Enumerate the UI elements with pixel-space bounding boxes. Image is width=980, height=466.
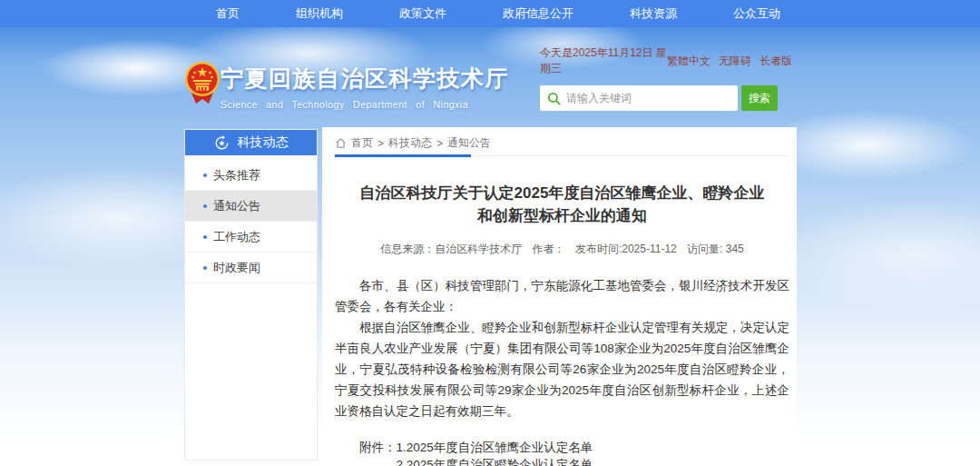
attachment-link-2[interactable]: 2.2025年度自治区瞪羚企业认定名单 bbox=[397, 457, 630, 466]
home-icon bbox=[335, 137, 347, 149]
breadcrumb: 首页 > 科技动态 > 通知公告 bbox=[335, 127, 789, 156]
bullet-dot-icon bbox=[203, 174, 207, 177]
breadcrumb-accent-bar bbox=[335, 154, 471, 157]
link-senior-version[interactable]: 长者版 bbox=[760, 54, 792, 69]
national-emblem-logo bbox=[184, 60, 220, 109]
link-accessibility[interactable]: 无障碍 bbox=[719, 54, 751, 69]
attachments-label: 附件： bbox=[359, 440, 397, 466]
article-title: 自治区科技厅关于认定2025年度自治区雏鹰企业、瞪羚企业 和创新型标杆企业的通知 bbox=[335, 182, 789, 227]
search-button[interactable]: 搜索 bbox=[741, 85, 778, 111]
site-branding: 宁夏回族自治区科学技术厅 Science and Technology Depa… bbox=[220, 64, 509, 110]
article-meta: 信息来源：自治区科学技术厅 作者： 发布时间:2025-11-12 访问量: 3… bbox=[335, 242, 789, 257]
nav-item-organization[interactable]: 组织机构 bbox=[296, 5, 343, 22]
meta-views: 访问量: 345 bbox=[687, 243, 744, 255]
sidebar-item-label: 工作动态 bbox=[213, 229, 260, 245]
bullet-dot-icon bbox=[203, 235, 207, 239]
site-subtitle: Science and Technology Department of Nin… bbox=[220, 99, 509, 110]
sidebar-item-label: 通知公告 bbox=[213, 198, 260, 214]
page: 首页 组织机构 政策文件 政府信息公开 科技资源 公众互动 宁夏回族自治区科学技… bbox=[0, 0, 980, 466]
sidebar-item-notices[interactable]: 通知公告 bbox=[185, 191, 317, 222]
article-title-line2: 和创新型标杆企业的通知 bbox=[335, 204, 789, 227]
header-utility: 今天是2025年11月12日 星期三 繁體中文 无障碍 长者版 搜索 bbox=[540, 45, 792, 111]
search-input[interactable] bbox=[566, 92, 730, 104]
nav-item-policy-documents[interactable]: 政策文件 bbox=[399, 5, 446, 22]
article-paragraph: 根据自治区雏鹰企业、瞪羚企业和创新型标杆企业认定管理有关规定，决定认定半亩良人农… bbox=[335, 317, 789, 421]
sidebar-menu: 头条推荐 通知公告 工作动态 时政要闻 bbox=[185, 155, 317, 283]
search-icon bbox=[547, 92, 561, 105]
meta-publish-date: 发布时间:2025-11-12 bbox=[575, 243, 677, 255]
sidebar-header: 科技动态 bbox=[185, 130, 317, 155]
nav-item-sci-tech-resources[interactable]: 科技资源 bbox=[630, 5, 677, 22]
article-body: 各市、县（区）科技管理部门，宁东能源化工基地管委会，银川经济技术开发区管委会，各… bbox=[335, 275, 789, 421]
breadcrumb-sci-tech-news[interactable]: 科技动态 bbox=[388, 135, 432, 151]
meta-author: 作者： bbox=[533, 243, 565, 255]
main-content: 首页 > 科技动态 > 通知公告 自治区科技厅关于认定2025年度自治区雏鹰企业… bbox=[322, 127, 797, 466]
sidebar-title: 科技动态 bbox=[238, 134, 289, 151]
attachments-block: 附件： 1.2025年度自治区雏鹰企业认定名单 2.2025年度自治区瞪羚企业认… bbox=[335, 440, 789, 466]
link-traditional-chinese[interactable]: 繁體中文 bbox=[667, 54, 710, 69]
breadcrumb-separator: > bbox=[436, 137, 443, 150]
bullet-dot-icon bbox=[203, 266, 207, 270]
sidebar-item-label: 时政要闻 bbox=[213, 260, 260, 276]
search-box bbox=[540, 85, 738, 111]
site-title: 宁夏回族自治区科学技术厅 bbox=[220, 64, 509, 94]
breadcrumb-separator: > bbox=[377, 137, 384, 150]
meta-source: 信息来源：自治区科学技术厅 bbox=[380, 243, 522, 255]
current-date: 今天是2025年11月12日 星期三 bbox=[540, 45, 667, 76]
top-nav: 首页 组织机构 政策文件 政府信息公开 科技资源 公众互动 bbox=[0, 0, 980, 27]
star-circle-icon bbox=[214, 135, 230, 151]
bullet-dot-icon bbox=[203, 204, 207, 208]
sidebar: 科技动态 头条推荐 通知公告 工作动态 时政要闻 bbox=[184, 129, 318, 461]
breadcrumb-notices[interactable]: 通知公告 bbox=[447, 135, 491, 151]
nav-item-gov-info-disclosure[interactable]: 政府信息公开 bbox=[503, 5, 573, 22]
sidebar-item-label: 头条推荐 bbox=[213, 167, 260, 183]
sidebar-item-work-dynamics[interactable]: 工作动态 bbox=[185, 222, 317, 253]
sidebar-item-current-politics[interactable]: 时政要闻 bbox=[185, 253, 317, 283]
attachment-link-1[interactable]: 1.2025年度自治区雏鹰企业认定名单 bbox=[397, 440, 630, 457]
breadcrumb-home[interactable]: 首页 bbox=[351, 135, 373, 151]
article-title-line1: 自治区科技厅关于认定2025年度自治区雏鹰企业、瞪羚企业 bbox=[335, 182, 789, 204]
nav-item-public-interaction[interactable]: 公众互动 bbox=[733, 5, 780, 22]
sidebar-item-headlines[interactable]: 头条推荐 bbox=[185, 160, 317, 191]
nav-item-home[interactable]: 首页 bbox=[216, 5, 240, 22]
article-paragraph: 各市、县（区）科技管理部门，宁东能源化工基地管委会，银川经济技术开发区管委会，各… bbox=[335, 275, 789, 317]
